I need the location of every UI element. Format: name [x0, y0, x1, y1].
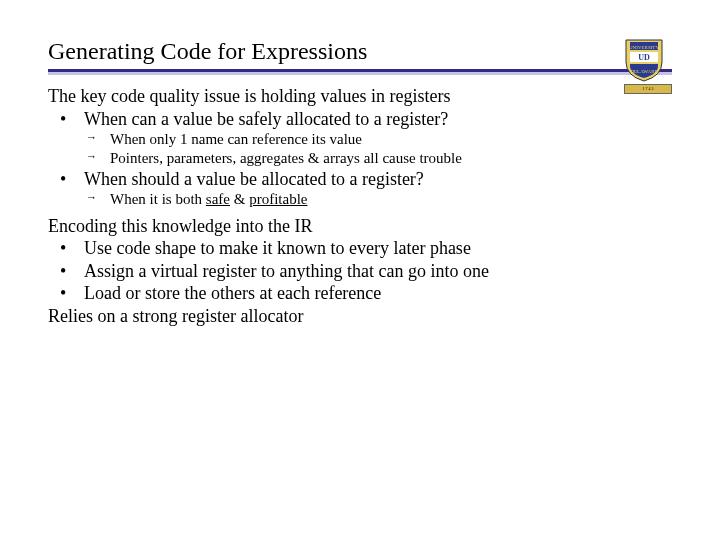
- underlined-word: safe: [206, 191, 230, 207]
- sub-bullet-item: When only 1 name can reference its value: [96, 130, 672, 149]
- bullet-item: Use code shape to make it known to every…: [70, 237, 672, 260]
- sub-text-prefix: When it is both: [110, 191, 206, 207]
- outro-line: Relies on a strong register allocator: [48, 305, 672, 328]
- svg-text:UD: UD: [638, 53, 650, 62]
- svg-text:UNIVERSITY: UNIVERSITY: [629, 45, 659, 50]
- bullet-item: Load or store the others at each referen…: [70, 282, 672, 305]
- svg-text:DELAWARE: DELAWARE: [630, 69, 657, 74]
- slide-title: Generating Code for Expressions: [48, 38, 672, 65]
- slide-content: The key code quality issue is holding va…: [48, 85, 672, 327]
- intro-line-2: Encoding this knowledge into the IR: [48, 215, 672, 238]
- logo-banner: 1 7 4 3: [624, 84, 672, 94]
- bullet-item: When can a value be safely allocated to …: [70, 108, 672, 131]
- shield-icon: UNIVERSITY UD DELAWARE: [624, 38, 664, 82]
- sub-bullet-item: When it is both safe & profitable: [96, 190, 672, 209]
- sub-text-mid: &: [230, 191, 249, 207]
- bullet-item: Assign a virtual register to anything th…: [70, 260, 672, 283]
- underlined-word: profitable: [249, 191, 307, 207]
- sub-bullet-item: Pointers, parameters, aggregates & array…: [96, 149, 672, 168]
- title-underline: [48, 69, 672, 75]
- bullet-item: When should a value be allocated to a re…: [70, 168, 672, 191]
- university-logo: UNIVERSITY UD DELAWARE 1 7 4 3: [624, 38, 672, 92]
- intro-line-1: The key code quality issue is holding va…: [48, 85, 672, 108]
